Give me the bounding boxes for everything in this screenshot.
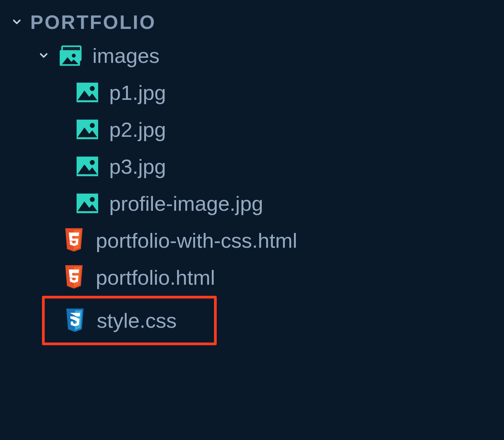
tree-file-image[interactable]: p3.jpg	[0, 148, 504, 185]
svg-marker-23	[69, 233, 79, 246]
svg-point-10	[90, 123, 95, 128]
svg-point-14	[90, 160, 95, 165]
image-file-icon	[76, 192, 99, 215]
svg-point-18	[90, 197, 95, 202]
file-label: p3.jpg	[109, 155, 166, 178]
chevron-down-icon	[37, 49, 50, 62]
css-file-icon	[63, 309, 87, 332]
file-label: p1.jpg	[109, 81, 166, 105]
file-label: p2.jpg	[109, 118, 166, 142]
tree-file-html[interactable]: portfolio.html	[0, 259, 504, 296]
html-file-icon	[62, 229, 86, 252]
svg-marker-26	[69, 270, 79, 283]
html-file-icon	[62, 266, 86, 289]
file-label: portfolio.html	[96, 266, 215, 289]
file-label: profile-image.jpg	[109, 192, 263, 215]
chevron-down-icon	[10, 15, 24, 29]
tree-file-html[interactable]: portfolio-with-css.html	[0, 222, 504, 259]
file-label: portfolio-with-css.html	[96, 229, 297, 252]
image-file-icon	[76, 81, 99, 104]
image-file-icon	[76, 118, 99, 141]
tree-file-image[interactable]: profile-image.jpg	[0, 185, 504, 222]
tree-folder-images[interactable]: images	[0, 37, 504, 74]
tree-file-image[interactable]: p2.jpg	[0, 111, 504, 148]
folder-label: images	[92, 44, 160, 68]
tree-file-image[interactable]: p1.jpg	[0, 74, 504, 111]
tree-root-row[interactable]: PORTFOLIO	[0, 7, 504, 37]
root-folder-label: PORTFOLIO	[30, 11, 156, 33]
file-label: style.css	[97, 309, 177, 332]
tree-file-css-highlighted[interactable]: style.css	[42, 296, 217, 345]
folder-image-icon	[59, 44, 84, 67]
image-file-icon	[76, 155, 99, 178]
svg-point-2	[72, 53, 76, 57]
svg-point-6	[90, 86, 95, 91]
